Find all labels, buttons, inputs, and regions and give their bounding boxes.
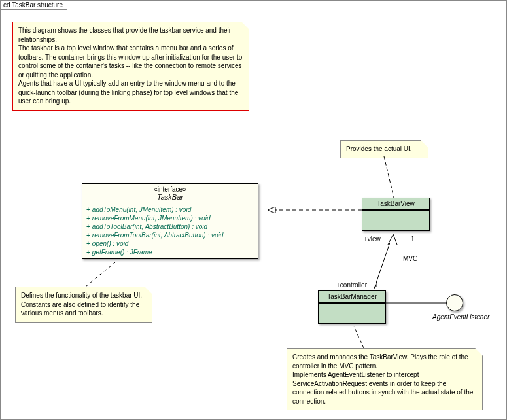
note-manager-text: Creates and manages the TaskBarView. Pla… [292, 353, 477, 406]
svg-line-2 [86, 262, 115, 287]
class-taskbar-header: «interface» TaskBar [82, 184, 258, 203]
svg-line-6 [354, 326, 364, 348]
interface-label-agenteventlistener: AgentEventListener [432, 313, 489, 321]
note-main: This diagram shows the classes that prov… [12, 22, 249, 111]
class-taskbar-ops: +addToMenu(int, JMenuItem) : void +remov… [82, 203, 258, 258]
class-name-taskbar: TaskBar [85, 193, 255, 201]
note-defines-text: Defines the functionality of the taskbar… [21, 291, 147, 318]
class-taskbar: «interface» TaskBar +addToMenu(int, JMen… [82, 183, 258, 259]
note-provides-ui-text: Provides the actual UI. [346, 145, 412, 152]
op: getFrame() : JFrame [92, 249, 152, 256]
op: removeFromMenu(int, JMenuItem) : void [92, 215, 211, 222]
class-name-view: TaskBarView [365, 200, 427, 207]
frame-title: cd TaskBar structure [0, 0, 67, 10]
op: open() : void [92, 240, 129, 247]
mult-view: 1 [411, 236, 415, 243]
diagram-canvas: cd TaskBar structure This diagram shows … [0, 0, 507, 420]
interface-lollipop-agenteventlistener [446, 294, 463, 311]
class-taskbarview: TaskBarView [362, 198, 430, 231]
stereotype-label: «interface» [85, 186, 255, 193]
mult-controller: 1 [375, 281, 379, 289]
note-fold-icon [421, 140, 428, 148]
class-taskbarview-header: TaskBarView [362, 198, 429, 210]
note-main-text: This diagram shows the classes that prov… [18, 26, 243, 106]
class-taskbarmanager: TaskBarManager [318, 290, 386, 324]
note-provides-ui: Provides the actual UI. [340, 140, 428, 158]
op: addToToolBar(int, AbstractButton) : void [92, 223, 207, 230]
assoc-mvc-label: MVC [403, 255, 417, 262]
note-manager: Creates and manages the TaskBarView. Pla… [287, 348, 483, 410]
svg-line-1 [384, 156, 394, 198]
op: addToMenu(int, JMenuItem) : void [92, 206, 191, 213]
role-controller: +controller [336, 281, 367, 289]
note-defines: Defines the functionality of the taskbar… [15, 287, 152, 323]
class-name-manager: TaskBarManager [321, 293, 383, 300]
role-view: +view [364, 236, 381, 243]
op: removeFromToolBar(int, AbtractButton) : … [92, 232, 223, 239]
class-taskbarmanager-header: TaskBarManager [319, 291, 385, 303]
